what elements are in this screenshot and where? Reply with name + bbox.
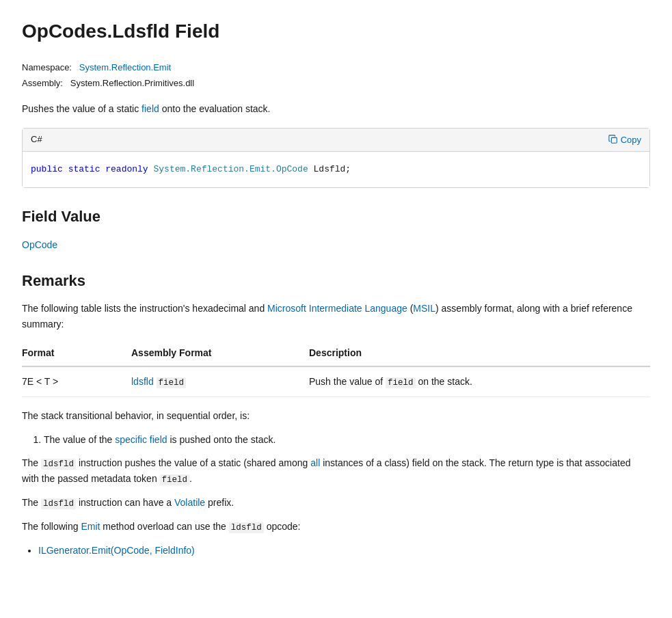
code-lang-label: C# [31, 133, 42, 147]
table-row: 7E < T > ldsfld field Push the value of … [22, 366, 650, 397]
code-block-header: C# Copy [23, 129, 649, 152]
ldsfld-field-link[interactable]: ldsfld field [131, 376, 186, 387]
page-title: OpCodes.Ldsfld Field [22, 16, 650, 47]
stack-intro: The stack transitional behavior, in sequ… [22, 408, 650, 423]
assembly-row: Assembly: System.Reflection.Primitives.d… [22, 77, 650, 91]
table-header-row: Format Assembly Format Description [22, 340, 650, 366]
table-cell-description: Push the value of field on the stack. [309, 366, 650, 397]
inline-code-ldsfld-3: ldsfld [229, 522, 264, 533]
para-ldsfld-2: The ldsfld instruction can have a Volati… [22, 495, 650, 511]
code-keyword-static: static [68, 164, 100, 174]
remarks-heading: Remarks [22, 269, 650, 293]
namespace-label: Namespace: [22, 62, 72, 72]
opcode-link[interactable]: OpCode [22, 239, 57, 250]
namespace-link[interactable]: System.Reflection.Emit [79, 62, 171, 72]
all-link[interactable]: all [310, 457, 320, 468]
col-format: Format [22, 340, 131, 366]
table-cell-format: 7E < T > [22, 366, 131, 397]
msil-full-link[interactable]: Microsoft Intermediate Language [267, 303, 407, 314]
specific-field-link[interactable]: specific field [115, 434, 167, 445]
field-value-heading: Field Value [22, 204, 650, 228]
remarks-intro: The following table lists the instructio… [22, 301, 650, 332]
code-identifier: Ldsfld; [314, 164, 351, 174]
para-ldsfld-1: The ldsfld instruction pushes the value … [22, 455, 650, 487]
field-link[interactable]: field [142, 103, 159, 114]
inline-code-field-1: field [160, 474, 190, 485]
metadata-section: Namespace: System.Reflection.Emit Assemb… [22, 61, 650, 91]
code-keyword-readonly: readonly [105, 164, 148, 174]
summary-paragraph: Pushes the value of a static field onto … [22, 101, 650, 116]
inline-code-ldsfld-2: ldsfld [41, 498, 76, 509]
para-ldsfld-3: The following Emit method overload can u… [22, 519, 650, 535]
code-block-body: public static readonly System.Reflection… [23, 152, 649, 188]
namespace-row: Namespace: System.Reflection.Emit [22, 61, 650, 75]
overload-list: ILGenerator.Emit(OpCode, FieldInfo) [38, 543, 650, 558]
msil-abbrev-link[interactable]: MSIL [413, 303, 435, 314]
code-block: C# Copy public static readonly System.Re… [22, 128, 650, 189]
table-cell-assembly: ldsfld field [131, 366, 309, 397]
svg-rect-0 [611, 138, 617, 144]
code-keyword-public: public [31, 164, 63, 174]
volatile-link[interactable]: Volatile [174, 497, 205, 508]
assembly-label: Assembly: [22, 78, 63, 88]
assembly-text: System.Reflection.Primitives.dll [70, 78, 194, 88]
col-assembly: Assembly Format [131, 340, 309, 366]
copy-button[interactable]: Copy [608, 135, 641, 145]
ilgenerator-emit-link[interactable]: ILGenerator.Emit(OpCode, FieldInfo) [38, 545, 195, 556]
copy-icon [608, 135, 618, 144]
emit-link[interactable]: Emit [81, 521, 100, 532]
desc-code-field: field [386, 377, 416, 388]
col-description: Description [309, 340, 650, 366]
list-item-1: ILGenerator.Emit(OpCode, FieldInfo) [38, 543, 650, 558]
instruction-table: Format Assembly Format Description 7E < … [22, 340, 650, 397]
copy-label: Copy [621, 135, 641, 145]
inline-code-ldsfld-1: ldsfld [41, 459, 76, 470]
stack-item-1: The value of the specific field is pushe… [44, 432, 650, 447]
code-type: System.Reflection.Emit.OpCode [153, 164, 308, 174]
stack-list: The value of the specific field is pushe… [44, 432, 650, 447]
